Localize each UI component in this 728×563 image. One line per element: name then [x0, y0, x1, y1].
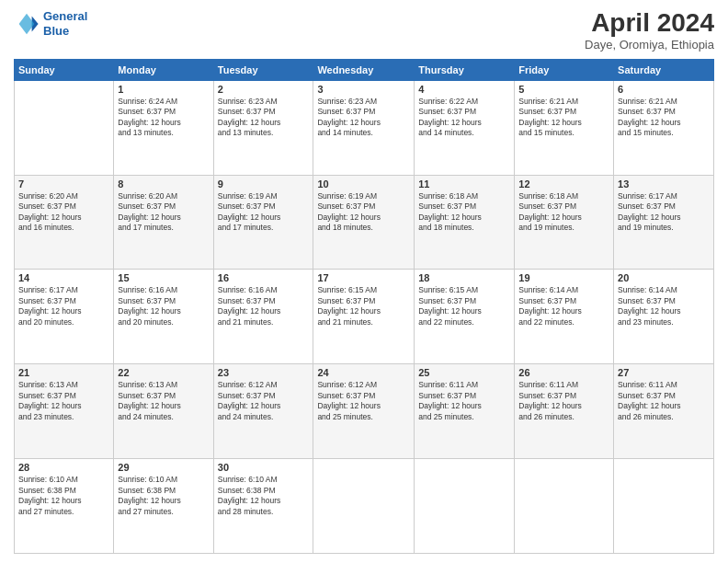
day-number: 29: [118, 462, 209, 473]
calendar-cell: [515, 459, 614, 554]
day-number: 20: [618, 272, 710, 283]
calendar-cell: 27Sunrise: 6:11 AMSunset: 6:37 PMDayligh…: [614, 364, 714, 459]
calendar-cell: 19Sunrise: 6:14 AMSunset: 6:37 PMDayligh…: [515, 270, 614, 364]
header: General Blue April 2024 Daye, Oromiya, E…: [14, 9, 714, 52]
day-info: Sunrise: 6:10 AMSunset: 6:38 PMDaylight:…: [218, 475, 310, 517]
calendar-cell: 4Sunrise: 6:22 AMSunset: 6:37 PMDaylight…: [415, 80, 515, 175]
calendar-cell: 28Sunrise: 6:10 AMSunset: 6:38 PMDayligh…: [15, 459, 114, 554]
day-number: 25: [418, 367, 510, 378]
day-number: 24: [317, 367, 410, 378]
calendar-cell: 25Sunrise: 6:11 AMSunset: 6:37 PMDayligh…: [415, 364, 515, 459]
day-number: 16: [218, 272, 310, 283]
day-number: 22: [118, 367, 209, 378]
calendar-week-row: 21Sunrise: 6:13 AMSunset: 6:37 PMDayligh…: [15, 364, 714, 459]
day-number: 26: [518, 367, 609, 378]
logo-line1: General: [43, 9, 87, 23]
day-info: Sunrise: 6:12 AMSunset: 6:37 PMDaylight:…: [317, 380, 410, 422]
calendar-cell: 6Sunrise: 6:21 AMSunset: 6:37 PMDaylight…: [614, 80, 714, 175]
day-info: Sunrise: 6:21 AMSunset: 6:37 PMDaylight:…: [518, 97, 609, 139]
calendar-cell: 22Sunrise: 6:13 AMSunset: 6:37 PMDayligh…: [114, 364, 213, 459]
calendar-cell: 20Sunrise: 6:14 AMSunset: 6:37 PMDayligh…: [614, 270, 714, 364]
day-number: 6: [618, 84, 710, 95]
calendar-cell: 10Sunrise: 6:19 AMSunset: 6:37 PMDayligh…: [313, 175, 415, 270]
calendar-cell: 9Sunrise: 6:19 AMSunset: 6:37 PMDaylight…: [213, 175, 313, 270]
day-info: Sunrise: 6:11 AMSunset: 6:37 PMDaylight:…: [618, 380, 710, 422]
day-number: 19: [518, 272, 609, 283]
calendar-cell: 2Sunrise: 6:23 AMSunset: 6:37 PMDaylight…: [213, 80, 313, 175]
day-info: Sunrise: 6:23 AMSunset: 6:37 PMDaylight:…: [218, 97, 310, 139]
day-of-week-header: Thursday: [415, 59, 515, 80]
calendar-cell: 21Sunrise: 6:13 AMSunset: 6:37 PMDayligh…: [15, 364, 114, 459]
day-number: 5: [518, 84, 609, 95]
day-info: Sunrise: 6:14 AMSunset: 6:37 PMDaylight:…: [518, 285, 609, 327]
main-title: April 2024: [585, 9, 714, 38]
day-info: Sunrise: 6:11 AMSunset: 6:37 PMDaylight:…: [518, 380, 609, 422]
day-info: Sunrise: 6:23 AMSunset: 6:37 PMDaylight:…: [317, 97, 410, 139]
calendar-cell: [313, 459, 415, 554]
page: General Blue April 2024 Daye, Oromiya, E…: [0, 0, 728, 563]
day-of-week-header: Sunday: [15, 59, 114, 80]
calendar-table: SundayMondayTuesdayWednesdayThursdayFrid…: [14, 59, 714, 554]
day-info: Sunrise: 6:14 AMSunset: 6:37 PMDaylight:…: [618, 285, 710, 327]
calendar-week-row: 28Sunrise: 6:10 AMSunset: 6:38 PMDayligh…: [15, 459, 714, 554]
day-info: Sunrise: 6:20 AMSunset: 6:37 PMDaylight:…: [18, 191, 109, 234]
logo-icon: [14, 11, 40, 37]
day-number: 28: [18, 462, 109, 473]
calendar-cell: 29Sunrise: 6:10 AMSunset: 6:38 PMDayligh…: [114, 459, 213, 554]
calendar-cell: 18Sunrise: 6:15 AMSunset: 6:37 PMDayligh…: [415, 270, 515, 364]
logo-text: General Blue: [43, 9, 87, 38]
calendar-cell: 12Sunrise: 6:18 AMSunset: 6:37 PMDayligh…: [515, 175, 614, 270]
day-info: Sunrise: 6:22 AMSunset: 6:37 PMDaylight:…: [418, 97, 510, 139]
day-number: 11: [418, 178, 510, 190]
calendar-cell: [15, 80, 114, 175]
day-info: Sunrise: 6:18 AMSunset: 6:37 PMDaylight:…: [418, 191, 510, 234]
day-number: 2: [218, 84, 310, 95]
day-number: 4: [418, 84, 510, 95]
day-of-week-header: Friday: [515, 59, 614, 80]
day-number: 23: [218, 367, 310, 378]
calendar-cell: 23Sunrise: 6:12 AMSunset: 6:37 PMDayligh…: [213, 364, 313, 459]
calendar-cell: 8Sunrise: 6:20 AMSunset: 6:37 PMDaylight…: [114, 175, 213, 270]
calendar-cell: 3Sunrise: 6:23 AMSunset: 6:37 PMDaylight…: [313, 80, 415, 175]
day-info: Sunrise: 6:16 AMSunset: 6:37 PMDaylight:…: [218, 285, 310, 327]
calendar-header-row: SundayMondayTuesdayWednesdayThursdayFrid…: [15, 59, 714, 80]
day-info: Sunrise: 6:12 AMSunset: 6:37 PMDaylight:…: [218, 380, 310, 422]
title-block: April 2024 Daye, Oromiya, Ethiopia: [585, 9, 714, 52]
day-info: Sunrise: 6:19 AMSunset: 6:37 PMDaylight:…: [218, 191, 310, 234]
calendar-cell: 15Sunrise: 6:16 AMSunset: 6:37 PMDayligh…: [114, 270, 213, 364]
logo: General Blue: [14, 9, 87, 38]
day-number: 18: [418, 272, 510, 283]
day-number: 17: [317, 272, 410, 283]
calendar-cell: [415, 459, 515, 554]
day-info: Sunrise: 6:18 AMSunset: 6:37 PMDaylight:…: [518, 191, 609, 234]
day-number: 7: [18, 178, 109, 190]
calendar-cell: 14Sunrise: 6:17 AMSunset: 6:37 PMDayligh…: [15, 270, 114, 364]
day-of-week-header: Monday: [114, 59, 213, 80]
day-info: Sunrise: 6:21 AMSunset: 6:37 PMDaylight:…: [618, 97, 710, 139]
calendar-cell: 7Sunrise: 6:20 AMSunset: 6:37 PMDaylight…: [15, 175, 114, 270]
calendar-week-row: 7Sunrise: 6:20 AMSunset: 6:37 PMDaylight…: [15, 175, 714, 270]
day-info: Sunrise: 6:10 AMSunset: 6:38 PMDaylight:…: [18, 475, 109, 517]
calendar-cell: 16Sunrise: 6:16 AMSunset: 6:37 PMDayligh…: [213, 270, 313, 364]
day-number: 1: [118, 84, 209, 95]
calendar-cell: 13Sunrise: 6:17 AMSunset: 6:37 PMDayligh…: [614, 175, 714, 270]
day-number: 3: [317, 84, 410, 95]
day-info: Sunrise: 6:17 AMSunset: 6:37 PMDaylight:…: [618, 191, 710, 234]
day-info: Sunrise: 6:15 AMSunset: 6:37 PMDaylight:…: [418, 285, 510, 327]
calendar-cell: 1Sunrise: 6:24 AMSunset: 6:37 PMDaylight…: [114, 80, 213, 175]
day-number: 8: [118, 178, 209, 190]
calendar-cell: 26Sunrise: 6:11 AMSunset: 6:37 PMDayligh…: [515, 364, 614, 459]
day-of-week-header: Wednesday: [313, 59, 415, 80]
day-of-week-header: Tuesday: [213, 59, 313, 80]
logo-line2: Blue: [43, 24, 69, 38]
calendar-cell: 30Sunrise: 6:10 AMSunset: 6:38 PMDayligh…: [213, 459, 313, 554]
day-number: 30: [218, 462, 310, 473]
calendar-week-row: 14Sunrise: 6:17 AMSunset: 6:37 PMDayligh…: [15, 270, 714, 364]
day-number: 27: [618, 367, 710, 378]
day-info: Sunrise: 6:20 AMSunset: 6:37 PMDaylight:…: [118, 191, 209, 234]
day-info: Sunrise: 6:16 AMSunset: 6:37 PMDaylight:…: [118, 285, 209, 327]
day-number: 9: [218, 178, 310, 190]
calendar-cell: 24Sunrise: 6:12 AMSunset: 6:37 PMDayligh…: [313, 364, 415, 459]
day-number: 13: [618, 178, 710, 190]
day-number: 10: [317, 178, 410, 190]
